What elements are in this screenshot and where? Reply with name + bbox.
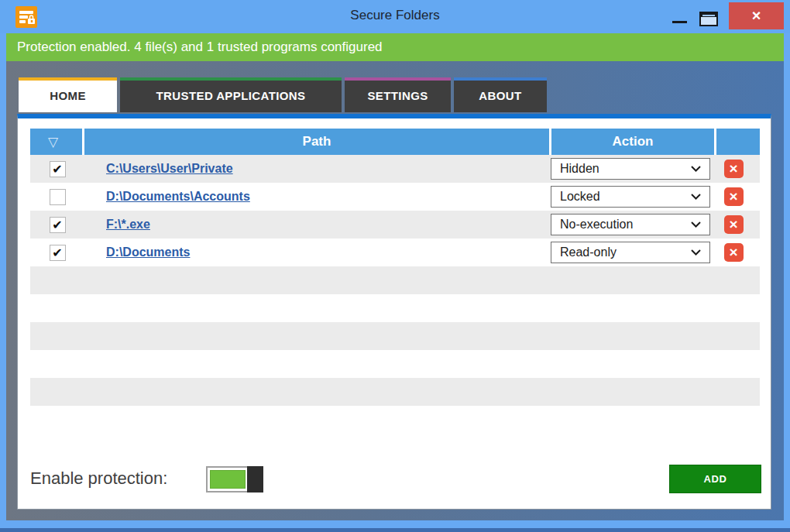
add-button[interactable]: ADD bbox=[669, 465, 761, 493]
row-checkbox[interactable] bbox=[50, 189, 66, 205]
action-dropdown[interactable]: Hidden bbox=[551, 158, 710, 180]
delete-button[interactable]: × bbox=[724, 215, 744, 234]
table-row: ✔ F:\*.exe No-execution × bbox=[30, 211, 760, 239]
window-frame-bottom bbox=[0, 528, 790, 532]
delete-button[interactable]: × bbox=[724, 187, 744, 206]
action-dropdown[interactable]: Read-only bbox=[551, 242, 710, 263]
folders-table: ▽ Path Action ✔ C:\Users\User\Private Hi… bbox=[30, 129, 760, 434]
action-dropdown[interactable]: Locked bbox=[551, 186, 710, 208]
header-cell-action: Action bbox=[551, 129, 714, 155]
close-button[interactable]: × bbox=[729, 2, 784, 29]
status-text: Protection enabled. 4 file(s) and 1 trus… bbox=[6, 33, 784, 61]
tab-about[interactable]: ABOUT bbox=[454, 77, 547, 112]
chevron-down-icon bbox=[691, 221, 701, 228]
row-checkbox[interactable]: ✔ bbox=[50, 217, 66, 233]
chevron-down-icon bbox=[691, 194, 701, 200]
action-dropdown-value: Hidden bbox=[560, 162, 599, 176]
chevron-down-icon bbox=[691, 166, 701, 172]
empty-table-row bbox=[30, 350, 760, 378]
delete-button[interactable]: × bbox=[724, 243, 744, 262]
tab-trusted-applications[interactable]: TRUSTED APPLICATIONS bbox=[120, 77, 342, 112]
action-dropdown[interactable]: No-execution bbox=[551, 214, 710, 235]
row-checkbox[interactable]: ✔ bbox=[50, 161, 66, 177]
content-panel: ▽ Path Action ✔ C:\Users\User\Private Hi… bbox=[17, 114, 771, 510]
empty-table-row bbox=[30, 378, 760, 406]
enable-protection-toggle[interactable] bbox=[206, 466, 263, 493]
header-cell-filter: ▽ bbox=[30, 129, 82, 155]
filter-icon[interactable]: ▽ bbox=[48, 134, 58, 149]
tab-home[interactable]: HOME bbox=[19, 77, 117, 112]
header-cell-path: Path bbox=[84, 129, 549, 155]
chevron-down-icon bbox=[691, 249, 701, 256]
empty-table-row bbox=[30, 266, 760, 294]
action-dropdown-value: Locked bbox=[560, 190, 600, 204]
enable-protection-label: Enable protection: bbox=[30, 469, 167, 489]
path-link[interactable]: D:\Documents bbox=[106, 245, 190, 259]
action-dropdown-value: No-execution bbox=[560, 218, 633, 232]
empty-table-row bbox=[30, 294, 760, 322]
empty-table-row bbox=[30, 322, 760, 350]
secure-folders-window: Secure Folders × Protection enabled. 4 f… bbox=[0, 0, 790, 532]
path-link[interactable]: D:\Documents\Accounts bbox=[106, 190, 250, 203]
tab-settings[interactable]: SETTINGS bbox=[345, 77, 451, 112]
path-link[interactable]: C:\Users\User\Private bbox=[106, 162, 233, 175]
toggle-knob bbox=[247, 466, 263, 493]
maximize-button[interactable] bbox=[699, 12, 718, 26]
table-row: ✔ C:\Users\User\Private Hidden × bbox=[30, 155, 760, 183]
window-title: Secure Folders bbox=[0, 8, 790, 23]
table-row: D:\Documents\Accounts Locked × bbox=[30, 183, 760, 211]
minimize-button[interactable] bbox=[672, 21, 687, 23]
delete-button[interactable]: × bbox=[724, 160, 744, 178]
status-bar: Protection enabled. 4 file(s) and 1 trus… bbox=[6, 33, 784, 61]
tab-bar: HOME TRUSTED APPLICATIONS SETTINGS ABOUT bbox=[19, 77, 547, 112]
row-checkbox[interactable]: ✔ bbox=[50, 245, 66, 261]
action-dropdown-value: Read-only bbox=[560, 245, 617, 259]
header-cell-delete bbox=[716, 129, 760, 155]
toggle-on-track bbox=[210, 470, 246, 489]
title-bar: Secure Folders × bbox=[0, 0, 790, 33]
table-row: ✔ D:\Documents Read-only × bbox=[30, 239, 760, 266]
table-header-row: ▽ Path Action bbox=[30, 129, 760, 155]
path-link[interactable]: F:\*.exe bbox=[106, 218, 150, 231]
empty-table-row bbox=[30, 406, 760, 434]
